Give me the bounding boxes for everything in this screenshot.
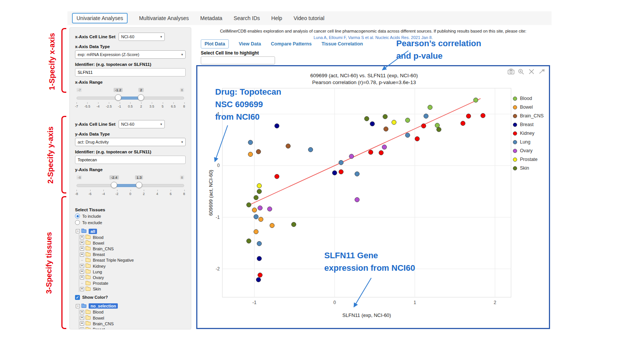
expand-icon[interactable]: +: [80, 310, 84, 314]
legend-item-blood[interactable]: Blood: [513, 96, 544, 101]
slider-selected-bar[interactable]: [114, 184, 139, 187]
legend-item-bowel[interactable]: Bowel: [513, 105, 544, 110]
nav-item-video-tutorial[interactable]: Video tutorial: [294, 15, 324, 21]
svg-text:609699 (act, NCI-60): 609699 (act, NCI-60): [208, 170, 214, 215]
nav-item-help[interactable]: Help: [271, 15, 282, 21]
chevron-down-icon: ▾: [160, 122, 162, 126]
top-nav: Univariate AnalysesMultivariate Analyses…: [67, 11, 552, 25]
expand-icon[interactable]: +: [80, 275, 84, 279]
expand-icon[interactable]: +: [80, 241, 84, 245]
expand-icon[interactable]: +: [80, 270, 84, 274]
radio-to-exclude-label: To exclude: [82, 220, 102, 225]
x-data-type-select[interactable]: exp: mRNA Expression (Z-Score) ▾: [75, 50, 186, 59]
tree-node-skin[interactable]: +Skin: [79, 286, 186, 292]
y-identifier-label: Identifier: (e.g. topotecan or SLFN11): [75, 150, 186, 154]
tree-node-prostate[interactable]: –Prostate: [79, 281, 186, 286]
y-range-slider[interactable]: -88-2.41.3-8-6-4-202468: [77, 181, 184, 202]
nav-item-multivariate-analyses[interactable]: Multivariate Analyses: [139, 15, 189, 21]
tree-node-brain-cns[interactable]: +Brain_CNS: [79, 246, 186, 251]
slider-from-value: -1.2: [114, 88, 123, 92]
slider-handle-to[interactable]: [138, 94, 144, 101]
chevron-down-icon: ▾: [160, 35, 162, 39]
y-cell-line-set-value: NCI-60: [121, 122, 134, 126]
sidebar-panel: x-Axis Cell Line Set NCI-60 ▾ x-Axis Dat…: [69, 27, 191, 329]
expand-icon[interactable]: +: [80, 253, 84, 257]
radio-to-include[interactable]: To include: [75, 214, 186, 218]
expand-icon[interactable]: +: [80, 321, 84, 326]
show-color-label: Show Color?: [82, 295, 108, 300]
radio-icon: [75, 220, 80, 225]
tree-node-breast[interactable]: +Breast: [79, 252, 186, 257]
legend-item-breast[interactable]: Breast: [513, 122, 544, 127]
tree-node-blood[interactable]: +Blood: [79, 309, 186, 315]
x-cell-line-set-value: NCI-60: [121, 34, 134, 39]
svg-text:SLFN11 (exp, NCI-60): SLFN11 (exp, NCI-60): [342, 312, 391, 318]
expand-icon[interactable]: +: [80, 316, 84, 320]
tree-node-blood[interactable]: +Blood: [79, 234, 186, 240]
expand-icon[interactable]: +: [80, 264, 84, 268]
legend-dot: [513, 105, 517, 109]
legend-item-skin[interactable]: Skin: [513, 165, 544, 171]
tree-node-lung[interactable]: +Lung: [79, 269, 186, 275]
slider-handle-from[interactable]: [115, 94, 121, 101]
slider-handle-to[interactable]: [136, 182, 142, 188]
tab-compare-patterns[interactable]: Compare Patterns: [271, 41, 312, 47]
nav-item-search-ids[interactable]: Search IDs: [234, 15, 260, 21]
tree-node-bowel[interactable]: +Bowel: [79, 315, 186, 321]
slider-to-value: 2: [139, 88, 144, 92]
annotation-step2: 2-Specify y-axis: [46, 117, 55, 193]
x-range-slider[interactable]: -78-1.22-7-5.5-4-2.5-10.523.556.58: [77, 94, 184, 115]
tab-tissue-correlation[interactable]: Tissue Correlation: [322, 41, 363, 47]
y-data-type-label: y-Axis Data Type: [75, 132, 186, 136]
tree-node-no-selection[interactable]: −no_selection: [75, 303, 186, 309]
autoscale-icon[interactable]: [538, 69, 545, 75]
highlight-input[interactable]: [201, 56, 275, 64]
x-cell-line-set-select[interactable]: NCI-60 ▾: [119, 33, 165, 41]
callout-drug: Drug: TopotecanNSC 609699from NCI60: [215, 86, 281, 123]
chevron-down-icon: ▾: [181, 53, 183, 56]
radio-to-exclude[interactable]: To exclude: [75, 220, 186, 225]
collapse-icon[interactable]: −: [76, 229, 80, 233]
y-cell-line-set-select[interactable]: NCI-60 ▾: [119, 120, 165, 128]
legend-item-brain-cns[interactable]: Brain_CNS: [513, 113, 544, 119]
show-color-checkbox[interactable]: Show Color?: [75, 295, 186, 300]
svg-text:-1: -1: [216, 215, 220, 220]
tree-node-ovary[interactable]: +Ovary: [79, 275, 186, 280]
x-data-type-value: exp: mRNA Expression (Z-Score): [78, 52, 139, 57]
bracket-step1: [61, 28, 66, 93]
expand-icon[interactable]: +: [80, 247, 84, 251]
slider-max-label: 8: [180, 88, 184, 92]
slider-handle-from[interactable]: [111, 182, 117, 188]
tree-node-bowel[interactable]: +Bowel: [79, 240, 186, 246]
legend-dot: [513, 166, 517, 170]
legend-item-lung[interactable]: Lung: [513, 139, 544, 145]
expand-icon[interactable]: +: [80, 235, 84, 239]
legend-item-ovary[interactable]: Ovary: [513, 148, 544, 153]
x-identifier-input[interactable]: [75, 68, 186, 76]
tab-view-data[interactable]: View Data: [239, 41, 261, 47]
tissue-exclude-tree: −no_selection+Blood+Bowel+Brain_CNS+Brea…: [75, 303, 186, 329]
nav-item-metadata[interactable]: Metadata: [200, 15, 222, 21]
tree-node-kidney[interactable]: +Kidney: [79, 263, 186, 269]
tree-node-brain-cns[interactable]: +Brain_CNS: [79, 321, 186, 326]
tree-node-breast-triple-negative[interactable]: –Breast Triple Negative: [79, 257, 186, 263]
svg-text:-1: -1: [252, 300, 256, 305]
tab-plot-data[interactable]: Plot Data: [201, 39, 229, 48]
y-data-type-select[interactable]: act: Drug Activity ▾: [75, 138, 186, 146]
nav-item-univariate-analyses[interactable]: Univariate Analyses: [72, 13, 128, 23]
expand-icon[interactable]: +: [80, 287, 84, 291]
y-identifier-input[interactable]: [75, 156, 186, 164]
slider-tick-labels: -8-6-4-202468: [77, 189, 184, 197]
svg-text:0: 0: [333, 300, 336, 305]
legend-item-prostate[interactable]: Prostate: [513, 157, 544, 162]
annotation-step3: 3-Specify tissues: [45, 197, 53, 329]
slider-from-value: -2.4: [109, 175, 119, 179]
collapse-icon[interactable]: −: [76, 304, 80, 308]
expand-icon[interactable]: +: [80, 328, 84, 329]
tree-node-breast[interactable]: +Breast: [79, 326, 186, 329]
slider-min-label: -7: [77, 88, 82, 92]
legend-item-kidney[interactable]: Kidney: [513, 131, 544, 136]
tree-node-all[interactable]: −all: [75, 228, 186, 234]
radio-icon: [75, 214, 80, 218]
folder-icon: [81, 304, 86, 308]
